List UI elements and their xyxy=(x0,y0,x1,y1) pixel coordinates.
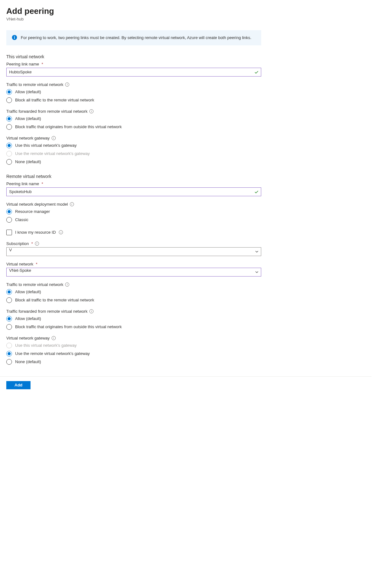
required-asterisk: * xyxy=(42,62,43,66)
local-peering-name-input[interactable] xyxy=(6,68,261,77)
remote-traffic-fwd-allow-radio[interactable] xyxy=(6,316,12,322)
required-asterisk: * xyxy=(36,262,37,266)
label-text: Virtual network gateway xyxy=(6,136,50,140)
know-resource-id-checkbox[interactable] xyxy=(6,230,12,235)
remote-traffic-to-block-label[interactable]: Block all traffic to the remote virtual … xyxy=(15,298,94,302)
remote-deploy-classic-radio[interactable] xyxy=(6,217,12,223)
page-subtitle: VNet-hub xyxy=(6,17,365,21)
remote-peering-name-label: Peering link name* xyxy=(6,181,365,186)
local-traffic-fwd-label: Traffic forwarded from remote virtual ne… xyxy=(6,109,365,114)
remote-gateway-none-radio[interactable] xyxy=(6,359,12,365)
svg-point-1 xyxy=(14,36,15,37)
label-text: Virtual network xyxy=(6,262,33,266)
remote-traffic-fwd-allow-label[interactable]: Allow (default) xyxy=(15,316,41,321)
remote-traffic-fwd-block-radio[interactable] xyxy=(6,324,12,330)
remote-traffic-fwd-label: Traffic forwarded from remote virtual ne… xyxy=(6,309,365,314)
local-traffic-to-allow-label[interactable]: Allow (default) xyxy=(15,89,41,94)
label-text: Virtual network deployment model xyxy=(6,202,68,207)
local-section-title: This virtual network xyxy=(6,54,365,59)
label-text: Traffic to remote virtual network xyxy=(6,82,63,87)
remote-deploy-classic-label[interactable]: Classic xyxy=(15,217,28,222)
remote-traffic-to-allow-radio[interactable] xyxy=(6,289,12,295)
info-icon[interactable] xyxy=(35,242,39,246)
remote-gateway-remote-radio[interactable] xyxy=(6,351,12,357)
remote-deploy-label: Virtual network deployment model xyxy=(6,202,365,207)
svg-rect-2 xyxy=(14,37,15,39)
label-text: Traffic forwarded from remote virtual ne… xyxy=(6,309,87,314)
remote-peering-name-input[interactable] xyxy=(6,187,261,196)
vnet-select[interactable]: VNet-Spoke xyxy=(6,268,261,277)
local-gateway-none-label[interactable]: None (default) xyxy=(15,159,41,164)
label-text: Subscription xyxy=(6,241,29,246)
info-icon[interactable] xyxy=(65,283,69,287)
info-icon[interactable] xyxy=(70,202,74,206)
info-icon[interactable] xyxy=(89,309,93,313)
info-icon[interactable] xyxy=(52,336,56,340)
remote-traffic-to-allow-label[interactable]: Allow (default) xyxy=(15,289,41,294)
info-icon[interactable] xyxy=(65,83,69,87)
remote-deploy-rm-label[interactable]: Resource manager xyxy=(15,209,50,214)
info-icon[interactable] xyxy=(52,136,56,140)
local-traffic-fwd-allow-label[interactable]: Allow (default) xyxy=(15,116,41,121)
label-text: Peering link name xyxy=(6,62,39,66)
info-banner-text: For peering to work, two peering links m… xyxy=(21,35,251,41)
subscription-label: Subscription* xyxy=(6,241,365,246)
label-text: Traffic forwarded from remote virtual ne… xyxy=(6,109,87,114)
local-traffic-to-block-label[interactable]: Block all traffic to the remote virtual … xyxy=(15,98,94,102)
local-gateway-this-radio[interactable] xyxy=(6,143,12,148)
subscription-select[interactable]: V xyxy=(6,247,261,256)
remote-section-title: Remote virtual network xyxy=(6,174,365,179)
local-peering-name-label: Peering link name* xyxy=(6,62,365,66)
local-traffic-to-label: Traffic to remote virtual network xyxy=(6,82,365,87)
info-banner: For peering to work, two peering links m… xyxy=(6,30,261,45)
know-resource-id-label[interactable]: I know my resource ID xyxy=(15,230,56,235)
required-asterisk: * xyxy=(31,241,33,246)
remote-traffic-fwd-block-label[interactable]: Block traffic that originates from outsi… xyxy=(15,324,122,329)
label-text: Virtual network gateway xyxy=(6,336,50,340)
required-asterisk: * xyxy=(42,181,43,186)
local-traffic-fwd-block-radio[interactable] xyxy=(6,124,12,130)
local-gateway-none-radio[interactable] xyxy=(6,159,12,165)
local-gateway-this-label[interactable]: Use this virtual network's gateway xyxy=(15,143,76,148)
remote-gateway-this-radio xyxy=(6,343,12,348)
local-traffic-to-block-radio[interactable] xyxy=(6,97,12,103)
remote-gateway-none-label[interactable]: None (default) xyxy=(15,359,41,364)
info-icon xyxy=(12,35,17,40)
local-gateway-label: Virtual network gateway xyxy=(6,136,365,140)
remote-traffic-to-label: Traffic to remote virtual network xyxy=(6,282,365,287)
local-traffic-to-allow-radio[interactable] xyxy=(6,89,12,95)
label-text: Traffic to remote virtual network xyxy=(6,282,63,287)
remote-traffic-to-block-radio[interactable] xyxy=(6,297,12,303)
info-icon[interactable] xyxy=(59,230,63,234)
remote-gateway-remote-label[interactable]: Use the remote virtual network's gateway xyxy=(15,351,90,356)
local-gateway-remote-radio xyxy=(6,151,12,157)
page-title: Add peering xyxy=(6,6,365,16)
local-traffic-fwd-allow-radio[interactable] xyxy=(6,116,12,122)
local-gateway-remote-label: Use the remote virtual network's gateway xyxy=(15,151,90,156)
remote-gateway-label: Virtual network gateway xyxy=(6,336,365,340)
label-text: Peering link name xyxy=(6,181,39,186)
info-icon[interactable] xyxy=(89,109,93,113)
add-button[interactable]: Add xyxy=(6,381,31,389)
vnet-label: Virtual network* xyxy=(6,262,365,266)
remote-deploy-rm-radio[interactable] xyxy=(6,209,12,214)
local-traffic-fwd-block-label[interactable]: Block traffic that originates from outsi… xyxy=(15,124,122,129)
remote-gateway-this-label: Use this virtual network's gateway xyxy=(15,343,76,348)
